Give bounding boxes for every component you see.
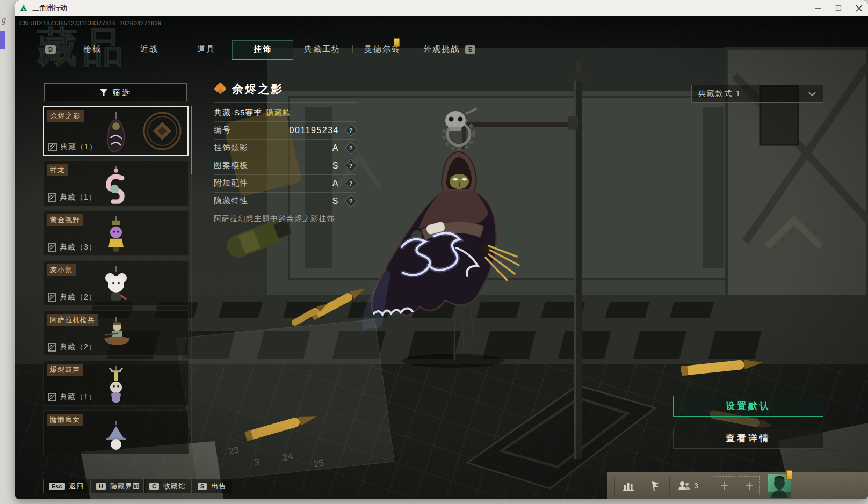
row-value: S [332, 161, 339, 171]
set-default-button[interactable]: 设置默认 [673, 396, 823, 417]
mat-ruler-number: 24 [282, 451, 294, 464]
list-item-golden-vision[interactable]: 黄金视野 典藏（3） [43, 210, 189, 256]
row-value: A [332, 179, 339, 188]
collection-icon [48, 193, 56, 202]
prev-tab-keycap: D [45, 45, 56, 54]
tab-appearance-challenge[interactable]: 外观挑战 [423, 44, 460, 54]
hotkey-hide-ui[interactable]: H隐藏界面 [90, 479, 146, 493]
mat-ruler-number: 25 [313, 458, 325, 470]
tab-separator [121, 45, 121, 53]
gold-notification-icon [394, 38, 400, 47]
item-name-tag: 余烬之影 [47, 110, 84, 122]
style-select-value: 典藏款式 1 [698, 89, 741, 99]
title-bar[interactable]: 三角洲行动 [15, 0, 868, 16]
item-name-tag: 爆裂鼓声 [47, 364, 83, 376]
item-collection-count: 典藏（1） [60, 193, 97, 202]
divider [642, 477, 642, 495]
hotkey-sell[interactable]: S出售 [192, 479, 232, 493]
tab-items[interactable]: 道具 [197, 44, 215, 54]
help-icon[interactable]: ? [344, 194, 357, 207]
charm-quality-icon [214, 83, 227, 96]
chevron-down-icon [808, 91, 816, 97]
hotkey-back[interactable]: Esc返回 [43, 479, 90, 493]
hidden-style-label: 隐藏款 [265, 108, 291, 117]
item-name-tag: 慵懒魔女 [47, 414, 83, 426]
charm-thumbnail [98, 366, 134, 403]
divider [669, 477, 670, 495]
maximize-button[interactable] [835, 5, 842, 11]
avatar-gold-badge-icon [786, 470, 792, 480]
item-description: 阿萨拉幻想主题中的余烬之影挂饰 [214, 214, 335, 224]
empty-party-slot[interactable] [739, 476, 760, 495]
list-item-mai-mouse[interactable]: 麦小鼠 典藏（2） [43, 260, 189, 306]
row-label: 附加配件 [214, 178, 248, 188]
people-icon [677, 480, 691, 491]
filter-label: 筛选 [112, 87, 132, 98]
row-value: S [332, 196, 339, 206]
app-logo-icon [19, 4, 28, 12]
close-button[interactable] [856, 5, 863, 12]
item-collection-count: 典藏（3） [60, 243, 97, 252]
help-icon[interactable]: ? [344, 159, 357, 172]
whistle-flag-icon [650, 480, 662, 491]
divider [614, 477, 615, 495]
collection-icon [48, 243, 56, 252]
report-button[interactable] [650, 480, 662, 491]
list-scrollbar-thumb[interactable] [191, 106, 192, 174]
minimize-button[interactable] [815, 5, 821, 11]
item-collection-count: 典藏（1） [60, 142, 97, 152]
tab-charms[interactable]: 挂饰 [254, 44, 272, 54]
plus-icon [745, 481, 754, 490]
style-select-dropdown[interactable]: 典藏款式 1 [691, 85, 823, 103]
party-count: 3 [694, 481, 698, 490]
list-item-asara-gunner[interactable]: 阿萨拉机枪兵 典藏（2） [43, 310, 189, 356]
tab-separator [352, 45, 353, 53]
desktop-stray-text: g [2, 15, 6, 25]
list-item-ember-shadow[interactable]: 余烬之影 典藏（1） [43, 106, 189, 156]
help-icon[interactable]: ? [344, 177, 357, 189]
hotkey-gallery[interactable]: C收藏馆 [143, 479, 192, 493]
bar-chart-icon [623, 480, 634, 491]
view-details-button[interactable]: 查看详情 [673, 428, 823, 449]
mat-ruler-number: 23 [228, 445, 240, 457]
charm-thumbnail [98, 216, 134, 253]
item-name-tag: 祥龙 [47, 164, 68, 176]
item-collection-count: 典藏（2） [60, 342, 97, 352]
tab-separator [178, 45, 178, 53]
row-label: 隐藏特性 [214, 196, 248, 206]
charm-thumbnail [98, 421, 134, 454]
help-icon[interactable]: ? [344, 141, 357, 154]
tab-melee[interactable]: 近战 [140, 44, 158, 54]
tab-weapons[interactable]: 枪械 [83, 44, 102, 54]
charm-thumbnail [98, 112, 134, 153]
list-item-xianglong[interactable]: 祥龙 典藏（1） [43, 160, 189, 206]
divider [214, 102, 356, 103]
row-label: 图案模板 [214, 160, 248, 171]
row-label: 挂饰炫彩 [214, 143, 248, 153]
item-name-tag: 麦小鼠 [47, 264, 76, 276]
filter-button[interactable]: 筛选 [44, 83, 187, 101]
party-members-button[interactable]: 3 [677, 480, 698, 491]
row-label: 编号 [214, 125, 231, 135]
plus-icon [720, 481, 729, 490]
charm-thumbnail [98, 166, 134, 203]
active-tab-indicator [232, 59, 293, 60]
collection-icon [48, 343, 56, 352]
empty-party-slot[interactable] [714, 476, 735, 495]
tab-collection-workshop[interactable]: 典藏工坊 [304, 44, 341, 54]
list-item-burst-drumbeat[interactable]: 爆裂鼓声 典藏（1） [43, 360, 189, 406]
charm-thumbnail [95, 317, 138, 352]
window-title: 三角洲行动 [32, 3, 67, 13]
stats-button[interactable] [623, 480, 634, 491]
row-value: 001195234 [290, 126, 339, 135]
help-icon[interactable]: ? [344, 123, 357, 136]
player-avatar[interactable] [768, 474, 791, 498]
item-collection-count: 典藏（1） [60, 392, 97, 402]
tab-separator [413, 45, 413, 53]
list-item-lazy-witch[interactable]: 慵懒魔女 [43, 410, 189, 454]
social-bar: 3 [607, 472, 868, 499]
charm-thumbnail [98, 266, 134, 303]
item-name-tag: 黄金视野 [47, 214, 83, 226]
collection-emblem-icon [142, 111, 182, 151]
game-screen: 23 3 24 25 CN UID:187336512331138377816_… [15, 16, 868, 499]
